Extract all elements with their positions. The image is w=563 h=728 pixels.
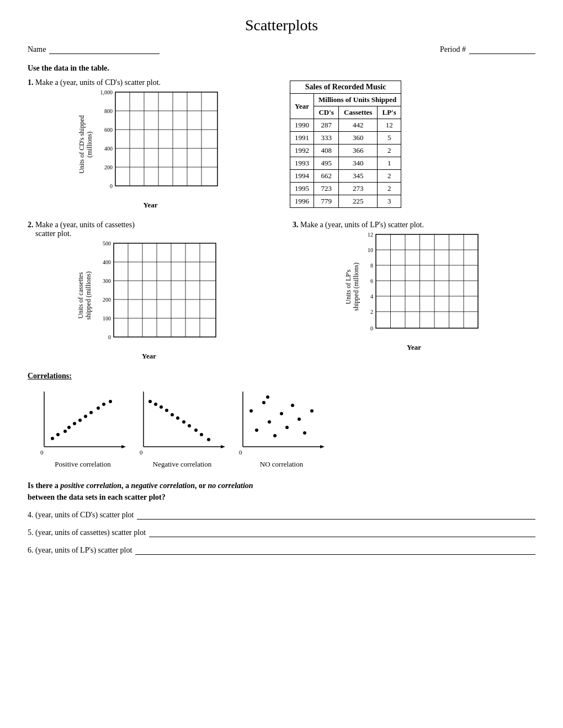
table-row: 19924083662 [290, 144, 401, 157]
q4-label: 4. (year, units of CD's) scatter plot [28, 511, 134, 520]
svg-point-99 [182, 420, 185, 424]
instruction-label: Use the data in the table. [28, 64, 535, 73]
svg-text:10: 10 [368, 247, 373, 253]
svg-point-114 [285, 426, 289, 429]
svg-text:0: 0 [239, 449, 242, 456]
svg-point-103 [207, 438, 210, 441]
question6-row: 6. (year, units of LP's) scatter plot [28, 545, 535, 555]
chart1-svg: 1,000 800 600 400 200 0 1990 1991 1992 1… [96, 89, 223, 200]
chart1-y-label: Units of CD's shipped(millions) [78, 115, 94, 174]
svg-text:0: 0 [110, 183, 113, 189]
svg-point-88 [109, 400, 112, 403]
svg-point-84 [84, 415, 87, 418]
svg-point-78 [51, 437, 54, 440]
svg-point-82 [73, 422, 76, 425]
svg-point-81 [67, 426, 71, 429]
svg-point-117 [303, 431, 306, 435]
chart3-y-label: Units of LP'sshipped (millions) [344, 263, 360, 311]
problem1-area: 1. Make a (year, units of CD's) scatter … [28, 78, 273, 210]
col-cassettes: Cassettes [339, 106, 378, 119]
svg-point-116 [298, 417, 301, 421]
svg-point-83 [78, 419, 82, 422]
svg-point-94 [154, 403, 157, 406]
q4-answer[interactable] [137, 510, 535, 520]
svg-text:6: 6 [370, 278, 373, 284]
svg-text:0: 0 [140, 449, 143, 456]
chart1-container: Units of CD's shipped(millions) [28, 89, 273, 210]
correlations-section: Correlations: [28, 372, 535, 469]
chart3-svg: 12 10 8 6 4 2 0 1990 1991 1992 1993 1994… [362, 232, 484, 342]
svg-point-115 [291, 404, 294, 407]
svg-rect-24 [114, 243, 216, 337]
svg-point-87 [102, 403, 105, 406]
svg-marker-107 [320, 445, 325, 448]
question4-row: 4. (year, units of CD's) scatter plot [28, 510, 535, 520]
svg-point-112 [273, 434, 277, 437]
chart2-y-label: Units of cassettesshipped (millions) [77, 271, 93, 320]
svg-point-102 [200, 433, 203, 436]
period-label: Period # [440, 45, 466, 54]
chart2-container: Units of cassettesshipped (millions) 500… [28, 240, 270, 361]
sales-table: Sales of Recorded Music Year Millions of… [290, 81, 401, 208]
problem2-label: 2. Make a (year, units of cassettes) sca… [28, 221, 270, 238]
svg-point-98 [176, 416, 179, 420]
no-correlation-item: 0 NO correlation [237, 386, 326, 469]
chart3-container: Units of LP'sshipped (millions) [293, 232, 535, 352]
svg-text:800: 800 [104, 108, 113, 114]
svg-marker-92 [221, 445, 225, 448]
svg-point-93 [148, 400, 152, 403]
table-area: Sales of Recorded Music Year Millions of… [290, 78, 535, 210]
chart3-row: Units of LP'sshipped (millions) [344, 232, 484, 342]
negative-correlation-svg: 0 [138, 386, 226, 458]
positive-correlation-item: 0 Positive correlation [39, 386, 127, 469]
table-row: 19967792253 [290, 195, 401, 208]
svg-text:0: 0 [370, 325, 373, 331]
q6-answer[interactable] [135, 545, 535, 555]
period-field-container: Period # [440, 44, 535, 54]
svg-text:200: 200 [104, 164, 113, 170]
period-input[interactable] [469, 44, 535, 54]
svg-text:300: 300 [103, 278, 111, 284]
svg-text:8: 8 [370, 263, 373, 269]
col-millions: Millions of Units Shipped [314, 94, 401, 106]
svg-text:12: 12 [368, 232, 373, 238]
name-period-row: Name Period # [28, 44, 535, 54]
table-row: 199028744212 [290, 119, 401, 132]
questions-intro: Is there a positive correlation, a negat… [28, 480, 535, 503]
no-correlation-label: NO correlation [260, 460, 303, 469]
problem3-area: 3. Make a (year, units of LP's) scatter … [293, 221, 535, 361]
col-year: Year [290, 94, 314, 119]
name-input[interactable] [49, 44, 160, 54]
positive-correlation-svg: 0 [39, 386, 127, 458]
chart1-x-label: Year [144, 201, 158, 210]
correlations-diagrams: 0 Positive correlation [39, 386, 535, 469]
svg-marker-77 [121, 445, 126, 448]
problem1-label: 1. Make a (year, units of CD's) scatter … [28, 78, 273, 87]
svg-point-109 [255, 429, 258, 432]
svg-point-85 [89, 411, 93, 414]
svg-text:4: 4 [370, 293, 373, 299]
name-label: Name [28, 45, 46, 54]
svg-point-80 [63, 430, 67, 433]
problem2-area: 2. Make a (year, units of cassettes) sca… [28, 221, 270, 361]
chart1-row: Units of CD's shipped(millions) [78, 89, 223, 200]
svg-text:0: 0 [40, 449, 44, 456]
svg-point-108 [249, 409, 253, 413]
chart2-row: Units of cassettesshipped (millions) 500… [77, 240, 222, 351]
svg-text:1,000: 1,000 [100, 89, 113, 95]
svg-point-95 [160, 405, 163, 409]
chart3-x-label: Year [407, 343, 421, 352]
svg-text:200: 200 [103, 297, 111, 303]
svg-rect-0 [115, 92, 217, 186]
no-correlation-svg: 0 [237, 386, 326, 458]
negative-correlation-item: 0 Negative correlation [138, 386, 226, 469]
col-lps: LP's [378, 106, 401, 119]
svg-point-97 [171, 413, 174, 416]
svg-point-118 [310, 409, 314, 413]
svg-text:2: 2 [370, 309, 373, 315]
svg-text:400: 400 [104, 146, 113, 152]
svg-rect-48 [376, 234, 478, 328]
q5-answer[interactable] [149, 527, 535, 537]
svg-text:100: 100 [103, 315, 111, 322]
chart2-x-label: Year [142, 352, 156, 361]
